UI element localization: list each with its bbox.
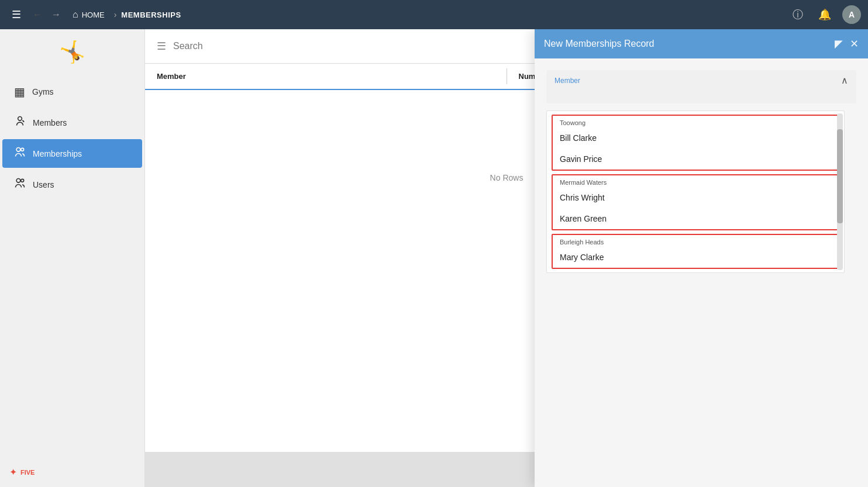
field-label: Member: [554, 77, 580, 85]
member-text-input[interactable]: [554, 89, 848, 98]
dropdown-group-label-mermaid-waters: Mermaid Waters: [553, 175, 838, 187]
modal-header: New Memberships Record ◤ ✕: [535, 29, 868, 58]
dropdown-item-bill-clarke[interactable]: Bill Clarke: [553, 127, 838, 148]
dropdown-scrollbar: [837, 111, 843, 272]
home-nav-item[interactable]: ⌂ HOME: [68, 7, 109, 22]
scrollbar-thumb: [837, 129, 843, 223]
modal-header-icons: ◤ ✕: [835, 37, 859, 50]
dropdown-item-chris-wright[interactable]: Chris Wright: [553, 187, 838, 208]
help-icon[interactable]: ⓘ: [788, 5, 807, 24]
notifications-icon[interactable]: 🔔: [815, 5, 834, 24]
dropdown-group-toowong: Toowong Bill Clarke Gavin Price: [552, 115, 839, 171]
sidebar-item-gyms[interactable]: ▦ Gyms: [2, 78, 142, 106]
back-arrow-icon[interactable]: ←: [30, 7, 44, 22]
sidebar-item-members[interactable]: Members: [2, 108, 142, 137]
memberships-icon: [14, 146, 26, 161]
home-label: HOME: [82, 11, 105, 19]
field-input-row: [546, 86, 856, 103]
col-member: Member: [145, 64, 507, 89]
sidebar-label-memberships: Memberships: [33, 149, 82, 158]
members-icon: [14, 115, 26, 130]
dropdown-item-karen-green[interactable]: Karen Green: [553, 208, 838, 229]
filter-icon[interactable]: ☰: [157, 40, 166, 53]
sidebar-item-users[interactable]: Users: [2, 170, 142, 199]
modal-panel: New Memberships Record ◤ ✕ Member ∧: [535, 29, 868, 487]
sidebar-logo: 🤸: [0, 29, 144, 75]
dropdown-item-gavin-price[interactable]: Gavin Price: [553, 148, 838, 170]
modal-history-icon[interactable]: ◤: [835, 37, 843, 50]
breadcrumb-chevron-icon: ›: [114, 10, 117, 19]
avatar[interactable]: A: [842, 5, 861, 24]
home-icon: ⌂: [73, 9, 78, 20]
field-chevron-icon[interactable]: ∧: [841, 75, 848, 86]
dropdown-group-burleigh-heads: Burleigh Heads Mary Clarke: [552, 234, 839, 269]
dropdown-group-mermaid-waters: Mermaid Waters Chris Wright Karen Green: [552, 174, 839, 230]
svg-point-4: [21, 179, 24, 182]
five-logo-text: FIVE: [20, 469, 35, 476]
sidebar-label-gyms: Gyms: [32, 87, 54, 96]
sidebar-nav: ▦ Gyms Members Memberships: [0, 75, 144, 202]
modal-body: Member ∧ Toowong Bill Clarke: [535, 58, 868, 487]
member-field-group: Member ∧: [546, 70, 856, 103]
nav-right-actions: ⓘ 🔔 A: [788, 5, 861, 24]
breadcrumb: MEMBERSHIPS: [121, 11, 181, 19]
svg-point-2: [21, 148, 24, 151]
svg-point-1: [16, 148, 20, 152]
sidebar-footer: ✦ FIVE: [0, 457, 144, 487]
content-area: ☰ 🔍 + Member Number No Rows New Membersh…: [145, 29, 868, 487]
hamburger-icon[interactable]: ☰: [7, 6, 26, 23]
gyms-icon: ▦: [14, 85, 25, 99]
svg-point-0: [18, 117, 22, 121]
dropdown-item-mary-clarke[interactable]: Mary Clarke: [553, 247, 838, 268]
sidebar: 🤸 ▦ Gyms Members: [0, 29, 145, 487]
users-icon: [14, 177, 26, 192]
sidebar-label-users: Users: [33, 180, 54, 189]
modal-close-icon[interactable]: ✕: [850, 37, 859, 50]
dropdown-list: Toowong Bill Clarke Gavin Price Mermaid …: [546, 110, 845, 273]
top-nav: ☰ ← → ⌂ HOME › MEMBERSHIPS ⓘ 🔔 A: [0, 0, 868, 29]
dropdown-group-label-burleigh-heads: Burleigh Heads: [553, 235, 838, 247]
field-label-area: Member ∧: [546, 70, 856, 86]
sidebar-label-members: Members: [33, 118, 67, 127]
scrollbar-track[interactable]: [837, 113, 843, 270]
sidebar-item-memberships[interactable]: Memberships: [2, 139, 142, 168]
modal-title: New Memberships Record: [544, 39, 835, 49]
logo-icon: 🤸: [59, 40, 85, 64]
main-layout: 🤸 ▦ Gyms Members: [0, 29, 868, 487]
dropdown-group-label-toowong: Toowong: [553, 116, 838, 127]
five-star-icon: ✦: [9, 467, 17, 478]
svg-point-3: [16, 179, 20, 183]
forward-arrow-icon[interactable]: →: [49, 7, 63, 22]
